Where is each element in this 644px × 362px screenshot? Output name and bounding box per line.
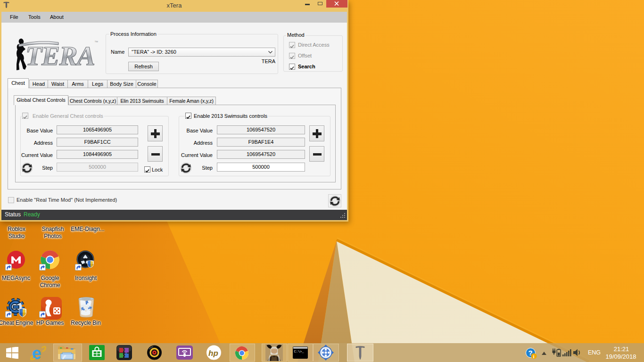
svg-text:i: i	[533, 354, 535, 359]
svg-text:TERA: TERA	[25, 41, 95, 71]
svg-text:™: ™	[94, 40, 98, 44]
svg-text:hp: hp	[208, 349, 218, 358]
svg-text:e: e	[32, 345, 41, 361]
svg-text:C:\>_: C:\>_	[294, 350, 305, 354]
